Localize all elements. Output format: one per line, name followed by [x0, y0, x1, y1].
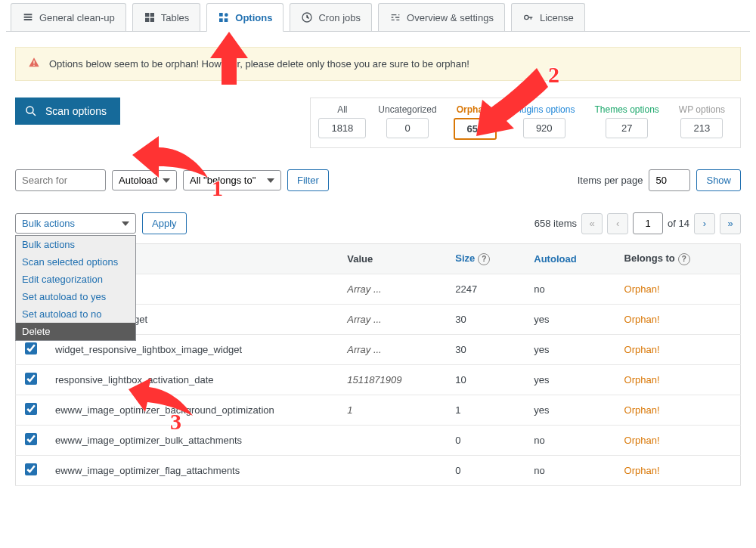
- row-checkbox[interactable]: [25, 403, 37, 415]
- row-checkbox[interactable]: [25, 463, 37, 475]
- cell-value: Array ...: [338, 305, 446, 335]
- tabs-bar: General clean-up Tables Options Cron job…: [6, 0, 750, 32]
- filter-button[interactable]: Filter: [287, 169, 329, 191]
- first-page-button[interactable]: «: [581, 213, 603, 234]
- table-row: responsive_lightbox_activation_date15118…: [16, 365, 741, 395]
- col-autoload[interactable]: Autoload: [525, 244, 615, 274]
- filter-uncategorized[interactable]: Uncategorized 0: [370, 104, 444, 140]
- belongs-to-select[interactable]: All "belongs to": [183, 170, 281, 190]
- cell-belongs: Orphan!: [615, 305, 741, 335]
- cell-belongs: Orphan!: [615, 365, 741, 395]
- bulk-actions-select[interactable]: Bulk actions: [15, 213, 136, 234]
- key-icon: [522, 11, 534, 23]
- filter-all[interactable]: All 1818: [318, 104, 366, 140]
- cell-autoload: no: [525, 426, 615, 456]
- tab-label: License: [540, 12, 574, 23]
- table-row: ewww_image_optimizer_bulk_attachments0no…: [16, 426, 741, 456]
- cell-option-name[interactable]: ewww_image_optimizer_background_optimiza…: [46, 395, 338, 426]
- page-input[interactable]: [633, 212, 663, 234]
- col-value: Value: [338, 244, 446, 274]
- scan-button-label: Scan options: [45, 105, 107, 117]
- bulk-option[interactable]: Scan selected options: [16, 253, 135, 271]
- svg-point-1: [225, 13, 228, 17]
- cell-belongs: Orphan!: [615, 395, 741, 426]
- category-filter-bar: All 1818 Uncategorized 0 Orphans 658 Plu…: [310, 98, 741, 148]
- prev-page-button[interactable]: ‹: [607, 213, 628, 234]
- row-checkbox[interactable]: [25, 433, 37, 445]
- svg-rect-3: [225, 18, 228, 22]
- row-checkbox[interactable]: [25, 342, 37, 354]
- cell-value: 1: [338, 395, 446, 426]
- svg-point-6: [26, 107, 33, 113]
- page-of-text: of 14: [668, 218, 689, 229]
- cell-autoload: no: [525, 456, 615, 486]
- autoload-select[interactable]: Autoload: [112, 170, 177, 190]
- cell-belongs: Orphan!: [615, 274, 741, 305]
- cell-autoload: no: [525, 274, 615, 305]
- cell-autoload: yes: [525, 305, 615, 335]
- sliders-icon: [389, 11, 401, 23]
- svg-rect-2: [219, 18, 223, 22]
- cell-size: 30: [446, 335, 525, 365]
- cell-size: 30: [446, 305, 525, 335]
- cell-size: 1: [446, 395, 525, 426]
- tab-general-cleanup[interactable]: General clean-up: [11, 3, 126, 31]
- cell-option-name[interactable]: responsive_lightbox_activation_date: [46, 365, 338, 395]
- bulk-option[interactable]: Set autoload to yes: [16, 288, 135, 305]
- cell-autoload: yes: [525, 395, 615, 426]
- filter-wp-options[interactable]: WP options 213: [671, 104, 733, 140]
- tab-label: Overview & settings: [407, 12, 494, 23]
- options-icon: [218, 11, 230, 23]
- bulk-option[interactable]: Set autoload to no: [16, 305, 135, 323]
- cell-size: 2247: [446, 274, 525, 305]
- col-size[interactable]: Size?: [446, 244, 525, 274]
- tab-label: Tables: [161, 12, 190, 23]
- clock-icon: [301, 11, 313, 23]
- svg-point-5: [525, 15, 528, 19]
- tab-content: Options below seem to be orphan! However…: [6, 32, 750, 486]
- cell-belongs: Orphan!: [615, 456, 741, 486]
- svg-rect-0: [219, 13, 223, 17]
- row-checkbox[interactable]: [25, 373, 37, 385]
- cell-option-name[interactable]: ewww_image_optimizer_bulk_attachments: [46, 426, 338, 456]
- filter-themes-options[interactable]: Themes options 27: [587, 104, 666, 140]
- cell-belongs: Orphan!: [615, 426, 741, 456]
- items-per-page-input[interactable]: [649, 169, 690, 191]
- items-count: 658 items: [534, 218, 577, 229]
- filter-orphans[interactable]: Orphans 658: [449, 104, 501, 140]
- search-icon: [24, 104, 38, 118]
- cell-value: [338, 456, 446, 486]
- next-page-button[interactable]: ›: [694, 213, 715, 234]
- scan-options-button[interactable]: Scan options: [15, 98, 120, 125]
- tab-license[interactable]: License: [511, 3, 585, 31]
- cell-size: 10: [446, 365, 525, 395]
- bulk-option[interactable]: Edit categorization: [16, 271, 135, 288]
- cell-option-name[interactable]: ewww_image_optimizer_flag_attachments: [46, 456, 338, 486]
- bulk-option-delete[interactable]: Delete: [16, 323, 135, 340]
- apply-button[interactable]: Apply: [142, 212, 187, 234]
- bulk-actions-dropdown: Bulk actions Scan selected options Edit …: [15, 235, 136, 341]
- help-icon[interactable]: ?: [478, 253, 490, 265]
- search-input[interactable]: [15, 169, 106, 191]
- cell-value: Array ...: [338, 335, 446, 365]
- alert-text: Options below seem to be orphan! However…: [49, 58, 469, 70]
- bulk-option[interactable]: Bulk actions: [16, 236, 135, 253]
- cell-value: [338, 426, 446, 456]
- warning-icon: [28, 57, 40, 71]
- cell-value: 1511871909: [338, 365, 446, 395]
- table-row: ewww_image_optimizer_flag_attachments0no…: [16, 456, 741, 486]
- warning-alert: Options below seem to be orphan! However…: [15, 47, 741, 81]
- show-button[interactable]: Show: [696, 169, 741, 191]
- cell-value: Array ...: [338, 274, 446, 305]
- tab-tables[interactable]: Tables: [132, 3, 201, 31]
- table-row: ewww_image_optimizer_background_optimiza…: [16, 395, 741, 426]
- list-icon: [22, 11, 34, 23]
- tab-cron-jobs[interactable]: Cron jobs: [290, 3, 372, 31]
- tab-overview-settings[interactable]: Overview & settings: [378, 3, 505, 31]
- cell-belongs: Orphan!: [615, 335, 741, 365]
- help-icon[interactable]: ?: [678, 253, 690, 265]
- last-page-button[interactable]: »: [720, 213, 741, 234]
- filter-plugins-options[interactable]: Plugins options 920: [506, 104, 582, 140]
- col-belongs: Belongs to?: [615, 244, 741, 274]
- tab-options[interactable]: Options: [206, 3, 284, 32]
